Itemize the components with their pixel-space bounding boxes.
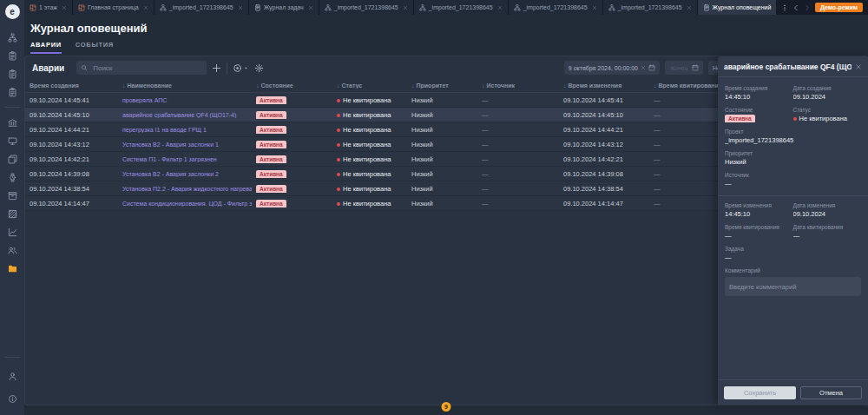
app-tab[interactable]: Журнал задач bbox=[249, 0, 319, 15]
column-header[interactable]: ↓ Состояние bbox=[252, 82, 332, 89]
sort-icon[interactable]: ↓ bbox=[411, 82, 415, 89]
tab-close-icon[interactable] bbox=[238, 5, 243, 10]
sidebar-divider bbox=[4, 107, 20, 108]
tab-alarms[interactable]: АВАРИИ bbox=[30, 41, 62, 54]
alarm-link[interactable]: Система кондиционирования. ЦОД - Фильтр … bbox=[122, 201, 252, 207]
forward-icon[interactable] bbox=[804, 4, 811, 11]
tab-close-icon[interactable] bbox=[687, 5, 692, 10]
alarm-link[interactable]: проверяла АПС bbox=[122, 97, 167, 103]
app-logo-icon[interactable]: е bbox=[5, 4, 20, 19]
sort-icon[interactable]: ↓ bbox=[482, 82, 485, 89]
sidebar-item-about[interactable] bbox=[5, 392, 19, 405]
sidebar-item-clipboard[interactable] bbox=[5, 67, 19, 81]
acknowledge-all-button[interactable] bbox=[233, 63, 249, 73]
sidebar-item-watch[interactable] bbox=[5, 170, 19, 184]
alarm-link[interactable]: аварийное срабатывание QF4 (ЩО17-4) bbox=[122, 112, 236, 118]
tab-close-icon[interactable] bbox=[62, 5, 67, 10]
notification-count-badge[interactable]: 9 bbox=[442, 402, 451, 412]
search-box[interactable] bbox=[76, 61, 207, 75]
status-dot-icon bbox=[337, 188, 340, 191]
app-tab[interactable]: 1 этаж bbox=[24, 0, 73, 15]
alarm-link[interactable]: Система П1 - Фильтр 1 загрязнен bbox=[122, 156, 217, 162]
alarm-link[interactable]: Установка В2 - Авария заслонки 1 bbox=[122, 142, 219, 148]
back-icon[interactable] bbox=[792, 4, 799, 11]
ack-time-value: — bbox=[725, 232, 793, 240]
app-tab[interactable]: _imported_1721398645 bbox=[319, 0, 414, 15]
search-input[interactable] bbox=[91, 63, 202, 73]
sidebar-item-trends[interactable] bbox=[5, 225, 19, 239]
column-header[interactable]: ↓ Источник bbox=[477, 82, 559, 89]
alarm-link[interactable]: Установка П2.2 - Авария жидкостного нагр… bbox=[122, 186, 252, 192]
column-header[interactable]: ↓ Время изменения bbox=[559, 82, 649, 89]
sidebar-item-copy[interactable] bbox=[5, 152, 19, 166]
open-tabs: 1 этаж Главная страница _imported_172139… bbox=[24, 0, 776, 15]
pattern-icon bbox=[8, 209, 17, 219]
cancel-button[interactable]: Отмена bbox=[800, 386, 862, 399]
sidebar-item-structure[interactable] bbox=[5, 30, 19, 44]
sidebar-item-archive[interactable] bbox=[5, 188, 19, 202]
app-tab[interactable]: _imported_1721398645 bbox=[509, 0, 603, 15]
sidebar-mid-group bbox=[5, 111, 19, 280]
sidebar-item-users[interactable] bbox=[5, 243, 19, 257]
sort-icon[interactable]: ↓ bbox=[337, 82, 340, 89]
sidebar-item-display[interactable] bbox=[5, 134, 19, 148]
sidebar-item-user[interactable] bbox=[5, 369, 19, 383]
app-tab[interactable]: Главная страница bbox=[73, 0, 155, 15]
tab-close-icon[interactable] bbox=[143, 5, 148, 10]
close-icon[interactable] bbox=[855, 63, 862, 70]
sort-icon[interactable]: ↓ bbox=[256, 82, 260, 89]
column-header[interactable]: ↓ Приоритет bbox=[407, 82, 477, 89]
cell-source: — bbox=[477, 126, 559, 134]
sidebar-item-journal-folder[interactable] bbox=[5, 261, 19, 275]
save-button[interactable]: Сохранить bbox=[724, 386, 796, 399]
archive-icon bbox=[8, 191, 17, 201]
column-header[interactable]: ↓ Наименование bbox=[118, 82, 252, 89]
app-tab[interactable]: _imported_1721398645 bbox=[414, 0, 509, 15]
tab-close-icon[interactable] bbox=[308, 5, 313, 10]
sidebar-item-pattern[interactable] bbox=[5, 207, 19, 221]
sidebar-item-devices[interactable] bbox=[5, 115, 19, 129]
field-label: Статус bbox=[793, 107, 862, 113]
sidebar-item-clipboard[interactable] bbox=[5, 85, 19, 99]
status-dot-icon bbox=[337, 158, 340, 161]
more-icon[interactable] bbox=[781, 4, 788, 11]
sort-icon[interactable]: ↓ bbox=[563, 82, 567, 89]
cell-priority: Низкий bbox=[407, 111, 477, 119]
cell-source: — bbox=[477, 96, 559, 104]
cell-created: 09.10.2024 14:43:12 bbox=[25, 141, 118, 148]
field-label: Время создания bbox=[725, 85, 793, 91]
app-tab[interactable]: _imported_1721398645 bbox=[603, 0, 698, 15]
alarm-link[interactable]: перегрузка I1 на вводе ГРЩ 1 bbox=[122, 127, 207, 133]
field-label: Время квитирования bbox=[725, 224, 793, 230]
app-tab[interactable]: Журнал оповещений bbox=[698, 0, 776, 15]
tab-close-icon[interactable] bbox=[403, 5, 408, 10]
date-to-filter[interactable] bbox=[665, 61, 703, 75]
clear-date-icon[interactable] bbox=[641, 65, 646, 70]
tab-close-icon[interactable] bbox=[592, 5, 597, 10]
tab-label: Журнал задач bbox=[264, 4, 304, 10]
comment-input[interactable] bbox=[725, 277, 861, 296]
cell-modified: 09.10.2024 14:44:21 bbox=[559, 126, 649, 134]
add-button[interactable] bbox=[212, 63, 221, 73]
modified-time-value: 14:45:10 bbox=[725, 210, 793, 218]
cell-name: перегрузка I1 на вводе ГРЩ 1 bbox=[118, 127, 252, 133]
comment-label: Комментарий bbox=[725, 267, 861, 273]
app-tab[interactable]: _imported_1721398645 bbox=[155, 0, 249, 15]
sort-icon[interactable]: ↓ bbox=[122, 82, 126, 89]
users-icon bbox=[8, 246, 17, 255]
column-label: Время изменения bbox=[569, 82, 622, 89]
cell-source: — bbox=[477, 200, 559, 208]
tab-events[interactable]: СОБЫТИЯ bbox=[76, 41, 114, 54]
sort-icon[interactable]: ↓ bbox=[654, 82, 657, 89]
clipboard-icon bbox=[8, 88, 17, 97]
tab-close-icon[interactable] bbox=[497, 5, 503, 10]
column-header[interactable]: Время создания bbox=[25, 82, 118, 89]
section-label: Аварии bbox=[32, 63, 64, 73]
alarm-link[interactable]: Установка В2 - Авария заслонки 2 bbox=[122, 171, 219, 177]
settings-button[interactable] bbox=[254, 63, 264, 73]
date-from-filter[interactable]: 9 октября 2024, 00:00:00 bbox=[564, 61, 660, 75]
column-header[interactable]: ↓ Статус bbox=[332, 82, 407, 89]
cell-priority: Низкий bbox=[407, 126, 477, 134]
sidebar-item-clipboard[interactable] bbox=[5, 49, 19, 63]
date-to-input[interactable] bbox=[669, 64, 689, 72]
